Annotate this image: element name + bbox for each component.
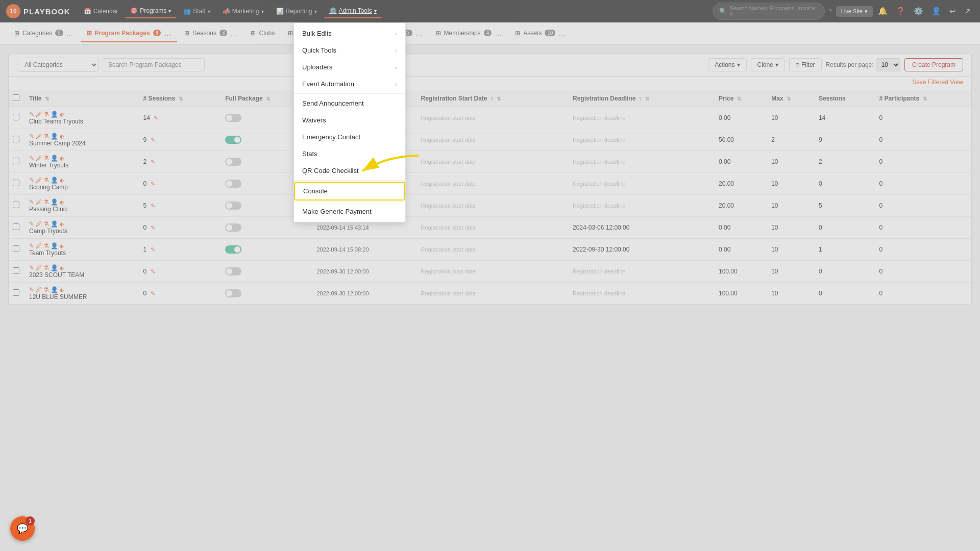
dropdown-divider-3 [294, 202, 405, 202]
dd-send-announcement[interactable]: Send Announcement [294, 95, 405, 112]
bulk-edits-arrow-icon: › [395, 31, 397, 37]
quick-tools-arrow-icon: › [395, 47, 397, 54]
event-auto-arrow-icon: › [395, 81, 397, 87]
dd-emergency-contact[interactable]: Emergency Contact [294, 129, 405, 145]
dd-make-generic-payment[interactable]: Make Generic Payment [294, 203, 405, 220]
dd-uploaders[interactable]: Uploaders › [294, 59, 405, 76]
dd-stats[interactable]: Stats [294, 145, 405, 162]
dd-waivers[interactable]: Waivers [294, 112, 405, 129]
dropdown-overlay[interactable] [0, 0, 980, 313]
admin-tools-dropdown: Bulk Edits › Quick Tools › Uploaders › E… [293, 22, 406, 222]
dropdown-divider-2 [294, 180, 405, 181]
dd-bulk-edits[interactable]: Bulk Edits › [294, 25, 405, 42]
dd-console[interactable]: Console [294, 182, 405, 201]
dd-event-automation[interactable]: Event Automation › [294, 76, 405, 92]
dd-qr-code-checklist[interactable]: QR Code Checklist [294, 162, 405, 179]
dd-quick-tools[interactable]: Quick Tools › [294, 42, 405, 59]
dropdown-divider-1 [294, 93, 405, 94]
uploaders-arrow-icon: › [395, 64, 397, 70]
